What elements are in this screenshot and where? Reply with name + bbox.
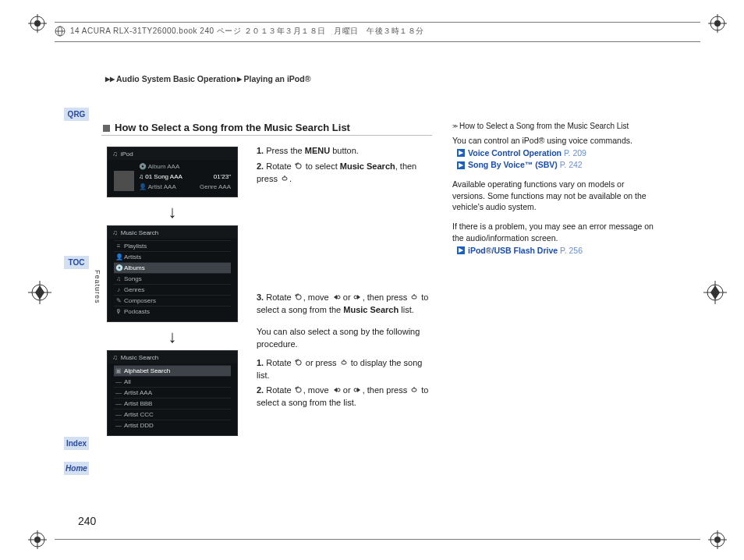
link-arrow-icon: ▶ [457, 246, 465, 254]
link-arrow-icon: ▶ [457, 161, 465, 169]
move-right-icon [353, 292, 363, 302]
rotate-dial-icon [294, 358, 303, 367]
rotate-dial-icon [294, 292, 303, 302]
list-item: 👤Artists [114, 251, 231, 262]
link-sbv[interactable]: ▶Song By Voice™ (SBV) P. 242 [457, 159, 659, 171]
notes-column: ≫How to Select a Song from the Music Sea… [452, 121, 659, 257]
list-item: —Artist AAA [114, 387, 231, 398]
breadcrumb-a: Audio System Basic Operation [116, 74, 236, 83]
move-right-icon [353, 385, 363, 395]
svg-marker-23 [710, 285, 720, 299]
list-item: ♫Songs [114, 273, 231, 284]
svg-point-11 [34, 537, 41, 543]
step-3: 3. Rotate , move or , then press to sele… [257, 292, 432, 317]
list-item: —All [114, 376, 231, 387]
list-item: —Artist BBB [114, 398, 231, 409]
book-icon [55, 26, 66, 37]
triangle-icon: ▶▶ [105, 76, 115, 83]
square-bullet-icon [103, 125, 110, 132]
tab-index[interactable]: Index [64, 437, 89, 450]
list-item: —Artist DDD [114, 420, 231, 431]
push-button-icon [280, 174, 289, 183]
step-2: 2. Rotate to select Music Search, then p… [257, 161, 432, 186]
instructions-column: 1. Press the MENU button. 2. Rotate to s… [257, 145, 432, 413]
section-rule [101, 135, 432, 136]
note-heading: ≫How to Select a Song from the Music Sea… [452, 121, 659, 132]
music-note-icon: ♫ [112, 229, 118, 236]
features-label: Features [94, 270, 101, 304]
song-line: ♫ 01 Song AAA01'23" [139, 172, 231, 182]
file-line: 14 ACURA RLX-31TY26000.book 240 ページ ２０１３… [70, 26, 424, 37]
move-left-icon [331, 292, 341, 302]
crop-mark-icon [28, 14, 47, 33]
link-voice-control[interactable]: ▶Voice Control Operation P. 209 [457, 147, 659, 159]
crop-mark-icon [708, 14, 727, 33]
music-note-icon: ♫ [112, 150, 118, 158]
framemaker-header: 14 ACURA RLX-31TY26000.book 240 ページ ２０１３… [55, 22, 700, 42]
list-item: 🎙Podcasts [114, 306, 231, 317]
rotate-dial-icon [294, 161, 303, 171]
tab-home[interactable]: Home [64, 462, 89, 475]
push-button-icon [409, 292, 419, 302]
screen-column: ♫iPod 💿 Album AAA ♫ 01 Song AAA01'23" 👤 … [107, 147, 238, 436]
bottom-frame-line [55, 539, 700, 540]
tab-toc[interactable]: TOC [64, 256, 89, 269]
link-arrow-icon: ▶ [457, 149, 465, 157]
registration-mark-icon [703, 281, 727, 304]
list-item: 💿Albums [114, 262, 231, 273]
also-text: You can also select a song by the follow… [257, 326, 432, 351]
crop-mark-icon [708, 530, 727, 549]
tab-qrg[interactable]: QRG [64, 108, 89, 121]
down-arrow-icon: ↓ [107, 202, 238, 222]
album-art-thumb [114, 171, 134, 191]
step-1: 1. Press the MENU button. [257, 145, 432, 158]
crop-mark-icon [28, 530, 47, 549]
note-p1: You can control an iPod® using voice com… [452, 135, 659, 147]
svg-marker-19 [35, 285, 44, 299]
screen-artist-list: ♫Music Search ▣Alphabet Search—All—Artis… [107, 350, 238, 436]
move-left-icon [331, 385, 341, 395]
breadcrumb: ▶▶ Audio System Basic Operation ▶ Playin… [105, 74, 310, 83]
rotate-dial-icon [294, 385, 303, 395]
list-item: ≡Playlists [114, 240, 231, 251]
svg-point-3 [34, 20, 41, 27]
album-line: 💿 Album AAA [139, 161, 231, 172]
list-item: ▣Alphabet Search [114, 365, 231, 376]
dbl-chevron-icon: ≫ [452, 122, 457, 130]
triangle-icon: ▶ [237, 76, 242, 83]
music-note-icon: ♫ [112, 353, 118, 361]
screen-ipod: ♫iPod 💿 Album AAA ♫ 01 Song AAA01'23" 👤 … [107, 147, 238, 197]
list-item: ✎Composers [114, 295, 231, 306]
push-button-icon [339, 358, 349, 367]
push-button-icon [409, 385, 419, 395]
breadcrumb-b: Playing an iPod® [243, 74, 310, 83]
note-p3: If there is a problem, you may see an er… [452, 221, 659, 243]
list-item: ♪Genres [114, 284, 231, 295]
artist-line: 👤 Artist AAA Genre AAA [139, 182, 231, 192]
note-p2: Available operating functions vary on mo… [452, 179, 659, 213]
list-item: —Artist CCC [114, 409, 231, 420]
step-5: 2. Rotate , move or , then press to sele… [257, 385, 432, 409]
screen-music-search: ♫Music Search ≡Playlists👤Artists💿Albums♫… [107, 225, 238, 322]
link-ipod-usb[interactable]: ▶iPod®/USB Flash Drive P. 256 [457, 245, 659, 257]
step-4: 1. Rotate or press to display the song l… [257, 357, 432, 382]
svg-point-7 [714, 20, 721, 27]
registration-mark-icon [28, 281, 51, 304]
page-number: 240 [78, 515, 96, 527]
svg-point-15 [714, 537, 721, 543]
down-arrow-icon: ↓ [107, 327, 238, 347]
section-title: How to Select a Song from the Music Sear… [103, 122, 430, 133]
